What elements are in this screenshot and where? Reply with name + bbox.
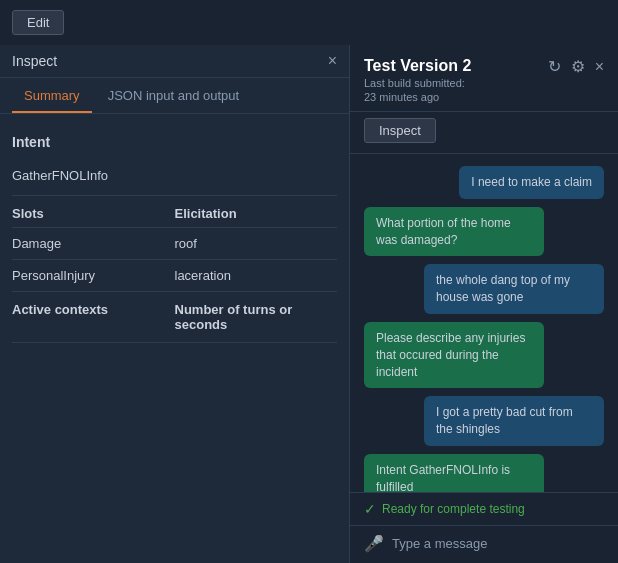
intent-value: GatherFNOLInfo — [12, 160, 337, 196]
message-2: What portion of the home was damaged? — [364, 207, 604, 257]
status-bar: ✓ Ready for complete testing — [350, 492, 618, 525]
inspect-bar-button[interactable]: Inspect — [364, 118, 436, 143]
slot-name-personal-injury: PersonalInjury — [12, 268, 175, 283]
bubble-1: I need to make a claim — [459, 166, 604, 199]
slots-header: Slots Elicitation — [12, 196, 337, 228]
test-panel: Test Version 2 Last build submitted: 23 … — [350, 45, 618, 563]
slots-col-elicitation: Elicitation — [175, 206, 338, 221]
test-actions: ↻ ⚙ × — [548, 57, 604, 76]
bubble-6: Intent GatherFNOLInfo is fulfilled — [364, 454, 544, 492]
active-contexts-row: Active contexts Number of turns or secon… — [12, 292, 337, 343]
slot-name-damage: Damage — [12, 236, 175, 251]
test-title-area: Test Version 2 Last build submitted: 23 … — [364, 57, 471, 103]
slot-row-personal-injury: PersonalInjury laceration — [12, 260, 337, 292]
inspect-header: Inspect × — [0, 45, 349, 78]
test-subtitle-line2: 23 minutes ago — [364, 91, 471, 103]
inspect-close-button[interactable]: × — [328, 53, 337, 69]
message-6: Intent GatherFNOLInfo is fulfilled — [364, 454, 604, 492]
refresh-button[interactable]: ↻ — [548, 57, 561, 76]
bubble-5: I got a pretty bad cut from the shingles — [424, 396, 604, 446]
test-version-title: Test Version 2 — [364, 57, 471, 75]
active-contexts-value: Number of turns or seconds — [175, 302, 338, 332]
slot-elicitation-personal-injury: laceration — [175, 268, 338, 283]
inspect-panel-title: Inspect — [12, 53, 57, 69]
slot-elicitation-damage: roof — [175, 236, 338, 251]
bubble-2: What portion of the home was damaged? — [364, 207, 544, 257]
top-bar: Edit — [0, 0, 618, 45]
slots-col-name: Slots — [12, 206, 175, 221]
edit-button[interactable]: Edit — [12, 10, 64, 35]
message-1: I need to make a claim — [364, 166, 604, 199]
message-input[interactable] — [392, 536, 604, 551]
input-area: 🎤 — [350, 525, 618, 563]
mic-icon: 🎤 — [364, 534, 384, 553]
status-text: Ready for complete testing — [382, 502, 525, 516]
active-contexts-label: Active contexts — [12, 302, 175, 332]
test-header: Test Version 2 Last build submitted: 23 … — [350, 45, 618, 112]
main-content: Inspect × Summary JSON input and output … — [0, 45, 618, 563]
message-3: the whole dang top of my house was gone — [364, 264, 604, 314]
tab-summary[interactable]: Summary — [12, 78, 92, 113]
message-5: I got a pretty bad cut from the shingles — [364, 396, 604, 446]
status-check-icon: ✓ — [364, 501, 376, 517]
inspect-bar: Inspect — [350, 112, 618, 154]
slot-row-damage: Damage roof — [12, 228, 337, 260]
settings-button[interactable]: ⚙ — [571, 57, 585, 76]
tabs: Summary JSON input and output — [0, 78, 349, 114]
inspect-content: Intent GatherFNOLInfo Slots Elicitation … — [0, 114, 349, 563]
bubble-4: Please describe any injuries that occure… — [364, 322, 544, 388]
test-panel-close-button[interactable]: × — [595, 58, 604, 76]
test-subtitle-line1: Last build submitted: — [364, 77, 471, 89]
intent-section-title: Intent — [12, 126, 337, 160]
inspect-panel: Inspect × Summary JSON input and output … — [0, 45, 350, 563]
tab-json[interactable]: JSON input and output — [96, 78, 252, 113]
bubble-3: the whole dang top of my house was gone — [424, 264, 604, 314]
chat-area: I need to make a claim What portion of t… — [350, 154, 618, 492]
message-4: Please describe any injuries that occure… — [364, 322, 604, 388]
